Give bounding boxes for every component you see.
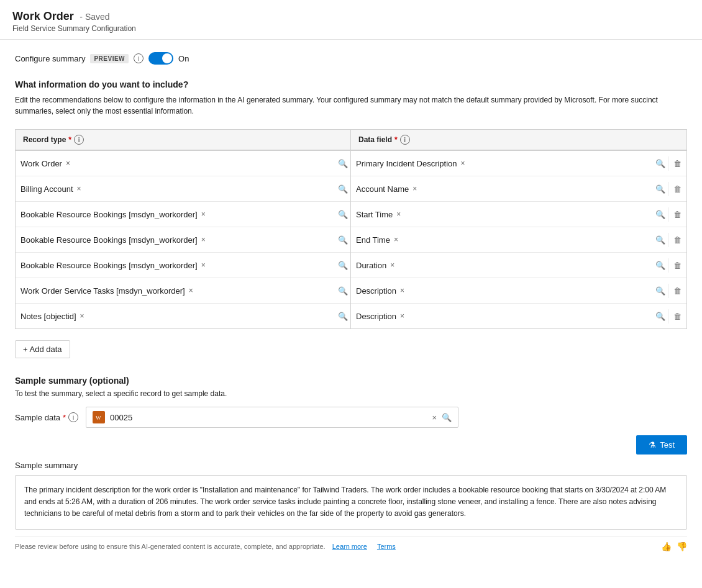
tag-close-brb1[interactable]: × <box>200 210 207 219</box>
tag-close-brb3[interactable]: × <box>200 261 207 269</box>
tag-close-end[interactable]: × <box>393 235 399 244</box>
footer-left: Please review before using to ensure thi… <box>15 543 396 550</box>
tag-close-notes[interactable]: × <box>79 312 86 320</box>
data-field-column: Primary Incident Description × 🔍 🗑 Accou… <box>351 151 686 328</box>
toggle-switch[interactable] <box>148 52 173 65</box>
data-tag-description1: Description × <box>356 286 406 296</box>
data-tag-duration: Duration × <box>356 261 396 270</box>
list-item: End Time × 🔍 🗑 <box>351 227 686 253</box>
record-tag-brb1: Bookable Resource Bookings [msdyn_workor… <box>21 210 207 219</box>
record-type-header: Record type * i <box>16 130 351 150</box>
page-subtitle: Field Service Summary Configuration <box>12 24 690 33</box>
page-header: Work Order - Saved Field Service Summary… <box>0 0 702 40</box>
search-icon[interactable]: 🔍 <box>335 284 350 298</box>
delete-icon[interactable]: 🗑 <box>668 284 686 298</box>
tag-close-duration[interactable]: × <box>389 261 396 269</box>
footer-links: Learn more Terms <box>332 543 396 550</box>
search-icon[interactable]: 🔍 <box>653 207 668 222</box>
required-star: * <box>63 413 66 422</box>
search-icon[interactable]: 🔍 <box>335 309 350 323</box>
search-icon[interactable]: 🔍 <box>335 182 350 196</box>
tag-close-account[interactable]: × <box>411 184 418 193</box>
list-item: Work Order Service Tasks [msdyn_workorde… <box>16 278 350 304</box>
record-tag-brb2: Bookable Resource Bookings [msdyn_workor… <box>21 235 207 245</box>
thumbs-up-icon[interactable]: 👍 <box>661 541 672 551</box>
list-item: Description × 🔍 🗑 <box>351 304 686 328</box>
delete-icon[interactable]: 🗑 <box>668 182 686 196</box>
search-icon[interactable]: 🔍 <box>653 156 668 171</box>
learn-more-link[interactable]: Learn more <box>332 543 367 550</box>
tag-close-desc2[interactable]: × <box>399 312 406 320</box>
sample-data-input: W 00025 × 🔍 <box>86 407 458 428</box>
data-field-header: Data field * i <box>351 130 686 150</box>
data-tag-end-time: End Time × <box>356 235 399 245</box>
sample-summary-text: The primary incident description for the… <box>24 486 666 518</box>
sample-data-clear-icon[interactable]: × <box>432 413 437 422</box>
search-icon[interactable]: 🔍 <box>335 156 350 171</box>
test-button[interactable]: ⚗ Test <box>636 435 687 455</box>
tag-close-primary[interactable]: × <box>460 159 467 168</box>
toggle-on-label: On <box>178 54 189 63</box>
record-type-required: * <box>68 135 71 144</box>
list-item: Duration × 🔍 🗑 <box>351 253 686 278</box>
sample-data-search-icon[interactable]: 🔍 <box>442 413 452 422</box>
search-icon[interactable]: 🔍 <box>335 207 350 222</box>
what-info-description: Edit the recommendations below to config… <box>15 94 687 117</box>
list-item: Primary Incident Description × 🔍 🗑 <box>351 151 686 176</box>
tag-close-wost[interactable]: × <box>188 286 194 295</box>
record-tag-notes: Notes [objectid] × <box>21 312 86 321</box>
tag-close-brb2[interactable]: × <box>200 235 207 244</box>
record-tag-billing: Billing Account × <box>21 184 83 194</box>
record-tag-work-order: Work Order × <box>21 159 71 168</box>
disclaimer-text: Please review before using to ensure thi… <box>15 543 326 550</box>
search-icon[interactable]: 🔍 <box>335 233 350 247</box>
search-icon[interactable]: 🔍 <box>653 309 668 323</box>
add-data-button[interactable]: + Add data <box>15 340 70 358</box>
delete-icon[interactable]: 🗑 <box>668 156 686 171</box>
search-icon[interactable]: 🔍 <box>335 258 350 273</box>
what-info-heading: What information do you want to include? <box>15 79 687 89</box>
svg-text:W: W <box>96 415 101 421</box>
footer-disclaimer-row: Please review before using to ensure thi… <box>15 536 687 556</box>
delete-icon[interactable]: 🗑 <box>668 258 686 273</box>
configure-summary-row: Configure summary PREVIEW i On <box>15 52 687 65</box>
sample-summary-section: Sample summary (optional) To test the su… <box>15 376 687 556</box>
configure-summary-label: Configure summary <box>15 54 85 63</box>
delete-icon[interactable]: 🗑 <box>668 233 686 247</box>
search-icon[interactable]: 🔍 <box>653 182 668 196</box>
search-icon[interactable]: 🔍 <box>653 284 668 298</box>
sample-data-label: Sample data * i <box>15 412 78 422</box>
data-field-required: * <box>394 135 398 144</box>
sample-heading: Sample summary (optional) <box>15 376 687 386</box>
tag-close-billing[interactable]: × <box>76 184 83 193</box>
list-item: Account Name × 🔍 🗑 <box>351 176 686 202</box>
footer-actions: 👍 👎 <box>661 541 687 551</box>
list-item: Work Order × 🔍 <box>16 151 350 176</box>
delete-icon[interactable]: 🗑 <box>668 207 686 222</box>
delete-icon[interactable]: 🗑 <box>668 309 686 323</box>
tag-close-desc1[interactable]: × <box>399 286 406 295</box>
record-type-info-icon[interactable]: i <box>74 135 84 145</box>
test-icon: ⚗ <box>649 440 656 450</box>
list-item: Start Time × 🔍 🗑 <box>351 202 686 227</box>
record-tag-brb3: Bookable Resource Bookings [msdyn_workor… <box>21 261 207 270</box>
tag-close-start[interactable]: × <box>395 210 402 219</box>
list-item: Bookable Resource Bookings [msdyn_workor… <box>16 253 350 278</box>
info-icon[interactable]: i <box>134 53 144 63</box>
terms-link[interactable]: Terms <box>377 543 396 550</box>
tag-close-work-order[interactable]: × <box>65 159 71 168</box>
search-icon[interactable]: 🔍 <box>653 233 668 247</box>
sample-data-row: Sample data * i W 00025 × 🔍 <box>15 407 687 428</box>
data-tag-account-name: Account Name × <box>356 184 418 194</box>
search-icon[interactable]: 🔍 <box>653 258 668 273</box>
list-item: Description × 🔍 🗑 <box>351 278 686 304</box>
sample-data-info-icon[interactable]: i <box>68 412 78 422</box>
thumbs-down-icon[interactable]: 👎 <box>677 541 687 551</box>
sample-data-icon: W <box>93 411 105 423</box>
record-tag-wost: Work Order Service Tasks [msdyn_workorde… <box>21 286 194 296</box>
data-tag-primary: Primary Incident Description × <box>356 159 467 168</box>
sample-data-value: 00025 <box>110 413 427 422</box>
list-item: Notes [objectid] × 🔍 <box>16 304 350 328</box>
data-field-info-icon[interactable]: i <box>400 135 410 145</box>
sample-description: To test the summary, select a specific r… <box>15 389 687 398</box>
